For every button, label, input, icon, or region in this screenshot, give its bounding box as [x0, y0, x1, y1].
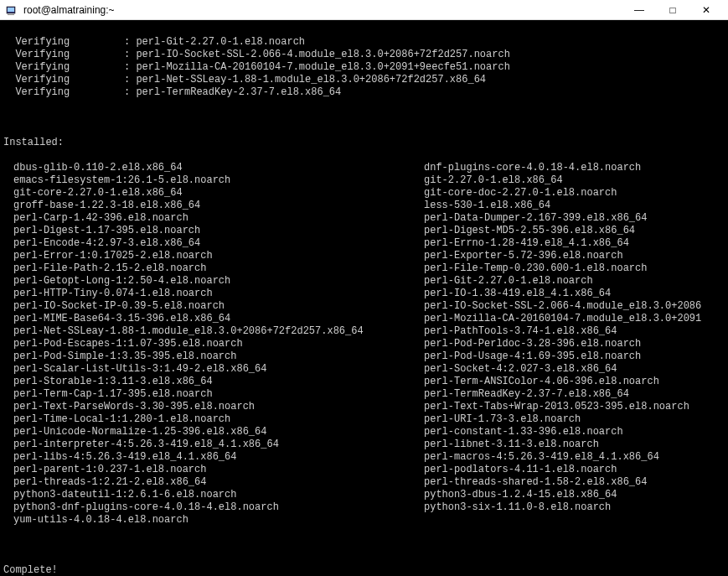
package-item: perl-Pod-Escapes-1:1.07-395.el8.noarch	[3, 338, 414, 350]
putty-icon	[5, 3, 18, 17]
package-item: yum-utils-4.0.18-4.el8.noarch	[3, 514, 414, 527]
package-item: perl-File-Path-2.15-2.el8.noarch	[3, 262, 414, 275]
package-item: perl-Socket-4:2.027-3.el8.x86_64	[414, 363, 701, 376]
installed-packages: dbus-glib-0.110-2.el8.x86_64emacs-filesy…	[3, 162, 725, 527]
package-item: perl-threads-1:2.21-2.el8.x86_64	[3, 476, 414, 489]
package-item: perl-macros-4:5.26.3-419.el8_4.1.x86_64	[414, 451, 701, 464]
complete-line: Complete!	[3, 564, 725, 576]
package-item: perl-TermReadKey-2.37-7.el8.x86_64	[414, 388, 701, 401]
package-item: git-core-2.27.0-1.el8.x86_64	[3, 187, 414, 200]
package-item: perl-Text-Tabs+Wrap-2013.0523-395.el8.no…	[414, 401, 701, 413]
package-item: perl-URI-1.73-3.el8.noarch	[414, 413, 701, 426]
verify-row: Verifying: perl-Mozilla-CA-20160104-7.mo…	[3, 61, 725, 74]
svg-rect-3	[8, 14, 14, 15]
package-item: perl-Error-1:0.17025-2.el8.noarch	[3, 250, 414, 262]
package-item: perl-Exporter-5.72-396.el8.noarch	[414, 250, 701, 262]
package-item: perl-IO-Socket-SSL-2.066-4.module_el8.3.…	[414, 300, 701, 313]
package-item: perl-parent-1:0.237-1.el8.noarch	[3, 464, 414, 476]
package-item: python3-dateutil-1:2.6.1-6.el8.noarch	[3, 489, 414, 501]
installed-col-left: dbus-glib-0.110-2.el8.x86_64emacs-filesy…	[3, 162, 414, 527]
package-item: perl-File-Temp-0.230.600-1.el8.noarch	[414, 262, 701, 275]
package-item: perl-libs-4:5.26.3-419.el8_4.1.x86_64	[3, 451, 414, 464]
svg-rect-1	[8, 8, 14, 12]
installed-col-right: dnf-plugins-core-4.0.18-4.el8.noarchgit-…	[414, 162, 701, 527]
verify-label: Verifying	[3, 86, 124, 99]
package-item: perl-HTTP-Tiny-0.074-1.el8.noarch	[3, 288, 414, 300]
package-item: perl-Unicode-Normalize-1.25-396.el8.x86_…	[3, 426, 414, 438]
verify-label: Verifying	[3, 36, 124, 49]
package-item: perl-Getopt-Long-1:2.50-4.el8.noarch	[3, 275, 414, 288]
verify-row: Verifying: perl-TermReadKey-2.37-7.el8.x…	[3, 86, 725, 99]
verify-row: Verifying: perl-Git-2.27.0-1.el8.noarch	[3, 36, 725, 49]
package-item: dbus-glib-0.110-2.el8.x86_64	[3, 162, 414, 174]
verify-value: : perl-TermReadKey-2.37-7.el8.x86_64	[124, 86, 341, 99]
package-item: perl-Pod-Usage-4:1.69-395.el8.noarch	[414, 350, 701, 363]
package-item: perl-Scalar-List-Utils-3:1.49-2.el8.x86_…	[3, 363, 414, 376]
package-item: git-2.27.0-1.el8.x86_64	[414, 174, 701, 187]
verify-label: Verifying	[3, 61, 124, 74]
package-item: perl-interpreter-4:5.26.3-419.el8_4.1.x8…	[3, 438, 414, 451]
package-item: perl-Pod-Simple-1:3.35-395.el8.noarch	[3, 350, 414, 363]
package-item: perl-Net-SSLeay-1.88-1.module_el8.3.0+20…	[3, 325, 414, 338]
package-item: groff-base-1.22.3-18.el8.x86_64	[3, 200, 414, 212]
package-item: dnf-plugins-core-4.0.18-4.el8.noarch	[414, 162, 701, 174]
maximize-button[interactable]: □	[656, 0, 689, 20]
package-item: perl-Term-Cap-1.17-395.el8.noarch	[3, 388, 414, 401]
verify-value: : perl-Mozilla-CA-20160104-7.module_el8.…	[124, 61, 510, 74]
window-title: root@almatraining:~	[23, 4, 622, 16]
verify-row: Verifying: perl-Net-SSLeay-1.88-1.module…	[3, 74, 725, 86]
window-titlebar: root@almatraining:~ — □ ✕	[0, 0, 728, 20]
package-item: perl-Digest-1.17-395.el8.noarch	[3, 225, 414, 237]
package-item: perl-Digest-MD5-2.55-396.el8.x86_64	[414, 225, 701, 237]
close-button[interactable]: ✕	[689, 0, 723, 20]
installed-header: Installed:	[3, 137, 725, 149]
package-item: perl-Data-Dumper-2.167-399.el8.x86_64	[414, 212, 701, 225]
verify-value: : perl-IO-Socket-SSL-2.066-4.module_el8.…	[124, 49, 510, 61]
package-item: perl-podlators-4.11-1.el8.noarch	[414, 464, 701, 476]
terminal-output[interactable]: Verifying: perl-Git-2.27.0-1.el8.noarch …	[0, 20, 728, 576]
blank-line	[3, 539, 725, 552]
package-item: perl-Errno-1.28-419.el8_4.1.x86_64	[414, 237, 701, 250]
verify-label: Verifying	[3, 74, 124, 86]
package-item: perl-Storable-1:3.11-3.el8.x86_64	[3, 376, 414, 388]
package-item: perl-MIME-Base64-3.15-396.el8.x86_64	[3, 313, 414, 325]
verify-label: Verifying	[3, 49, 124, 61]
package-item: perl-Carp-1.42-396.el8.noarch	[3, 212, 414, 225]
package-item: perl-IO-1.38-419.el8_4.1.x86_64	[414, 288, 701, 300]
minimize-button[interactable]: —	[622, 0, 656, 20]
window-controls: — □ ✕	[622, 0, 723, 20]
verify-row: Verifying: perl-IO-Socket-SSL-2.066-4.mo…	[3, 49, 725, 61]
verify-value: : perl-Net-SSLeay-1.88-1.module_el8.3.0+…	[124, 74, 486, 86]
package-item: python3-six-1.11.0-8.el8.noarch	[414, 501, 701, 514]
package-item: python3-dbus-1.2.4-15.el8.x86_64	[414, 489, 701, 501]
package-item: less-530-1.el8.x86_64	[414, 200, 701, 212]
package-item: perl-Term-ANSIColor-4.06-396.el8.noarch	[414, 376, 701, 388]
verify-value: : perl-Git-2.27.0-1.el8.noarch	[124, 36, 305, 49]
package-item: perl-Git-2.27.0-1.el8.noarch	[414, 275, 701, 288]
package-item: perl-threads-shared-1.58-2.el8.x86_64	[414, 476, 701, 489]
blank-line	[3, 112, 725, 124]
verify-section: Verifying: perl-Git-2.27.0-1.el8.noarch …	[3, 36, 725, 99]
package-item: perl-PathTools-3.74-1.el8.x86_64	[414, 325, 701, 338]
package-item: perl-Time-Local-1:1.280-1.el8.noarch	[3, 413, 414, 426]
package-item: python3-dnf-plugins-core-4.0.18-4.el8.no…	[3, 501, 414, 514]
package-item: perl-IO-Socket-IP-0.39-5.el8.noarch	[3, 300, 414, 313]
package-item: emacs-filesystem-1:26.1-5.el8.noarch	[3, 174, 414, 187]
package-item: perl-Mozilla-CA-20160104-7.module_el8.3.…	[414, 313, 701, 325]
package-item: perl-libnet-3.11-3.el8.noarch	[414, 438, 701, 451]
package-item: perl-Encode-4:2.97-3.el8.x86_64	[3, 237, 414, 250]
package-item: git-core-doc-2.27.0-1.el8.noarch	[414, 187, 701, 200]
package-item: perl-Text-ParseWords-3.30-395.el8.noarch	[3, 401, 414, 413]
package-item: perl-Pod-Perldoc-3.28-396.el8.noarch	[414, 338, 701, 350]
package-item: perl-constant-1.33-396.el8.noarch	[414, 426, 701, 438]
